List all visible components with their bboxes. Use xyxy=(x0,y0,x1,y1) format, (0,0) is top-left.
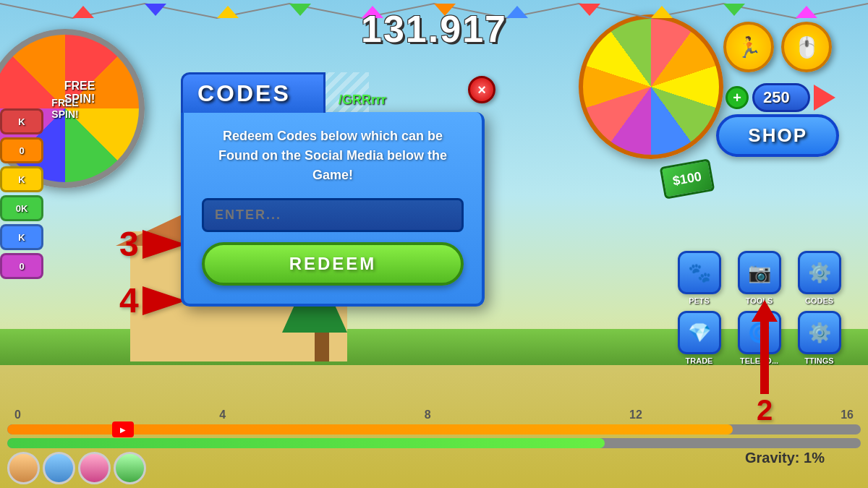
settings-label: TTINGS xyxy=(804,356,833,365)
modal-desc-line2: Found on the Social Media below the Game… xyxy=(218,148,447,182)
instruction-arrow-4: 4 xyxy=(119,281,186,320)
codes-label: CODES xyxy=(805,296,833,305)
modal-title-bg: CODES xyxy=(181,72,326,113)
shop-button[interactable]: SHOP xyxy=(716,114,839,157)
avatar-4 xyxy=(114,452,146,484)
settings-icon-btn[interactable]: ⚙️ TTINGS xyxy=(792,311,846,365)
left-btn-5[interactable]: K xyxy=(0,224,43,250)
scale-8: 8 xyxy=(425,408,431,421)
bar-green-fill xyxy=(7,438,605,448)
avatar-1 xyxy=(7,452,40,484)
right-spin-wheel[interactable] xyxy=(579,14,723,159)
avatar-2 xyxy=(43,452,75,484)
scale-16: 16 xyxy=(841,408,854,421)
currency-amount: 250 xyxy=(752,83,810,112)
avatars xyxy=(7,452,146,484)
svg-marker-9 xyxy=(723,4,745,16)
tree-trunk xyxy=(315,333,329,361)
code-input[interactable] xyxy=(202,198,464,232)
modal-description: Redeem Codes below which can be Found on… xyxy=(202,127,464,185)
modal-titlebar: CODES × xyxy=(181,72,485,112)
left-btn-6[interactable]: 0 xyxy=(0,253,43,279)
svg-marker-6 xyxy=(506,6,528,18)
scale-0: 0 xyxy=(14,408,21,421)
redeem-button[interactable]: REDEEM xyxy=(202,242,464,286)
svg-marker-1 xyxy=(145,4,166,16)
instruction-number-4: 4 xyxy=(119,281,139,320)
arrow-2-head xyxy=(752,300,778,322)
currency-bar: + 250 xyxy=(726,83,835,112)
arrow-4-icon xyxy=(142,286,186,315)
gravity-text: Gravity: 1% xyxy=(745,450,825,466)
left-buttons: K 0 K 0K K 0 xyxy=(0,108,43,279)
free-spin-label: FREESPIN! xyxy=(22,80,137,106)
scale-4: 4 xyxy=(219,408,226,421)
left-btn-3[interactable]: K xyxy=(0,166,43,192)
left-btn-1[interactable]: K xyxy=(0,108,43,134)
add-currency-button[interactable]: + xyxy=(726,86,749,109)
svg-marker-0 xyxy=(72,6,94,18)
instruction-arrow-3: 3 xyxy=(119,224,186,264)
codes-modal: CODES × Redeem Codes below which can be … xyxy=(181,72,485,307)
codes-icon-btn[interactable]: ⚙️ CODES xyxy=(792,251,846,305)
pets-label: PETS xyxy=(689,296,710,305)
instruction-number-3: 3 xyxy=(119,224,139,264)
scale-12: 12 xyxy=(629,408,642,421)
avatar-3 xyxy=(78,452,111,484)
youtube-icon[interactable] xyxy=(112,421,134,437)
cursor-button[interactable]: 🖱️ xyxy=(781,22,832,72)
grrr-text: /GRRrrr xyxy=(339,93,386,108)
modal-desc-line1: Redeem Codes below which can be xyxy=(223,129,443,143)
svg-marker-7 xyxy=(579,4,600,16)
tools-icon-btn[interactable]: 📷 TOOLS xyxy=(732,251,786,305)
left-btn-4[interactable]: 0K xyxy=(0,195,43,221)
instruction-arrow-2: 2 xyxy=(752,300,778,427)
score-display: 131.917 xyxy=(361,7,507,51)
svg-marker-2 xyxy=(217,6,239,18)
currency-arrow-button[interactable] xyxy=(814,85,835,111)
pets-icon: 🐾 xyxy=(678,251,721,294)
tools-icon: 📷 xyxy=(738,251,781,294)
progress-bar-green xyxy=(7,438,861,448)
settings-icon: ⚙️ xyxy=(798,311,841,354)
trade-icon-btn[interactable]: 💎 TRADE xyxy=(672,311,726,365)
svg-marker-8 xyxy=(651,6,673,18)
svg-marker-3 xyxy=(289,4,311,16)
instruction-number-2: 2 xyxy=(757,394,773,427)
modal-body: Redeem Codes below which can be Found on… xyxy=(181,112,485,307)
progress-bar-orange xyxy=(7,424,861,435)
codes-icon: ⚙️ xyxy=(798,251,841,294)
pets-icon-btn[interactable]: 🐾 PETS xyxy=(672,251,726,305)
modal-close-button[interactable]: × xyxy=(468,76,495,103)
arrow-2-shaft xyxy=(760,322,769,394)
svg-marker-10 xyxy=(796,6,817,18)
arrow-3-icon xyxy=(142,230,186,259)
trade-icon: 💎 xyxy=(678,311,721,354)
modal-title: CODES xyxy=(197,80,291,107)
trade-label: TRADE xyxy=(686,356,713,365)
left-btn-2[interactable]: 0 xyxy=(0,137,43,163)
progress-scale: 0 4 8 12 16 xyxy=(7,408,861,421)
run-button[interactable]: 🏃 xyxy=(723,22,774,72)
